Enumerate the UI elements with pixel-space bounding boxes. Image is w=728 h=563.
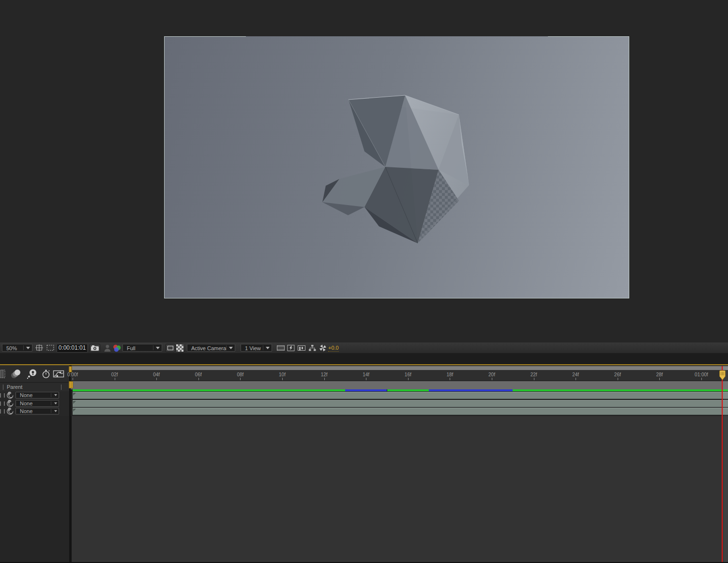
layer-twirl-marks[interactable] (0, 393, 5, 398)
show-channels-icon[interactable] (112, 344, 121, 352)
brainstorm-icon[interactable] (27, 369, 37, 379)
region-of-interest-marquee-icon[interactable] (46, 344, 55, 352)
fast-previews-icon[interactable] (286, 344, 296, 352)
auto-keyframe-icon[interactable] (41, 369, 51, 379)
cache-indicator-segment-green (73, 389, 345, 391)
dropdown-separator (51, 393, 51, 397)
after-effects-workspace: 50% 0:00:01:01 (0, 0, 728, 563)
chevron-down-icon (54, 402, 57, 404)
parent-dropdown[interactable]: None (15, 392, 59, 399)
magnification-value: 50% (6, 345, 17, 352)
grid-guide-options-icon[interactable] (34, 344, 44, 352)
layer-in-point-notch (73, 401, 76, 404)
dropdown-separator (263, 345, 263, 350)
composition-toolbar: 50% 0:00:01:01 (0, 342, 728, 354)
layer-duration-bar[interactable] (73, 400, 728, 407)
work-area-start-handle[interactable] (69, 381, 73, 388)
parent-column-label: Parent (7, 384, 22, 390)
timeline-left-empty (0, 416, 69, 562)
layer-twirl-marks[interactable] (0, 401, 5, 406)
exposure-adjustment-value[interactable]: +0.0 (328, 345, 339, 352)
transparency-grid-icon[interactable] (176, 344, 183, 352)
cache-indicator-segment-blue (345, 389, 387, 391)
camera-icon (90, 344, 100, 352)
view-layout-value: 1 View (245, 345, 261, 352)
panel-gap (0, 353, 728, 364)
reset-exposure-icon[interactable] (318, 344, 328, 352)
parent-value: None (20, 400, 32, 406)
beyond-comp-shade (723, 366, 728, 562)
chevron-down-icon (229, 347, 233, 349)
layer-parent-row: None (0, 400, 69, 407)
playhead-line[interactable] (722, 366, 723, 562)
show-snapshot-icon[interactable] (103, 344, 112, 352)
dropdown-separator (51, 409, 51, 413)
column-divider (3, 385, 3, 390)
parent-dropdown[interactable]: None (15, 400, 59, 407)
timeline-button-icon[interactable] (297, 344, 306, 352)
3d-view-dropdown[interactable]: Active Camera (187, 344, 235, 352)
region-of-interest-button[interactable] (166, 344, 175, 352)
parent-dropdown[interactable]: None (15, 408, 59, 415)
layer-in-point-notch (73, 409, 76, 412)
parent-value: None (20, 392, 32, 398)
parent-column-header[interactable]: Parent (0, 382, 69, 392)
layer-parent-row: None (0, 392, 69, 399)
view-layout-dropdown[interactable]: 1 View (241, 344, 272, 352)
cache-indicator-segment-green (513, 389, 728, 391)
dropdown-separator (51, 401, 51, 405)
parent-pick-whip-icon[interactable] (6, 392, 14, 399)
chevron-down-icon (266, 347, 270, 349)
layer-duration-bar[interactable] (73, 392, 728, 399)
navigator-start-handle[interactable] (69, 366, 72, 372)
column-divider (61, 385, 61, 390)
parent-value: None (20, 408, 32, 414)
flowchart-button-icon[interactable] (307, 344, 317, 352)
resolution-value: Full (127, 345, 136, 352)
time-ruler[interactable] (71, 370, 728, 381)
layer-parent-row: None (0, 408, 69, 415)
graph-editor-icon[interactable] (52, 369, 65, 379)
layer-in-point-notch (73, 393, 76, 396)
layer-duration-bar[interactable] (73, 408, 728, 415)
dropdown-separator (153, 345, 153, 350)
cache-indicator-segment-green (387, 389, 429, 391)
chevron-down-icon (54, 394, 57, 396)
dropdown-separator (226, 345, 227, 350)
composition-view[interactable] (164, 36, 629, 298)
comp-border-top-right (548, 36, 629, 37)
layer-twirl-marks[interactable] (0, 409, 5, 414)
magnification-dropdown[interactable]: 50% (2, 344, 32, 352)
motion-blur-icon[interactable] (11, 369, 21, 379)
dropdown-separator (23, 345, 24, 350)
parent-pick-whip-icon[interactable] (6, 400, 14, 407)
chevron-down-icon (156, 347, 160, 349)
comp-border-top-left (164, 36, 246, 37)
cache-indicator-segment-blue (429, 389, 513, 391)
take-snapshot-button[interactable] (90, 344, 100, 352)
3d-view-value: Active Camera (191, 345, 226, 352)
chevron-down-icon (54, 410, 57, 412)
current-time-field[interactable]: 0:00:01:01 (57, 344, 88, 353)
time-navigator-bar[interactable] (71, 366, 728, 370)
current-time-indicator[interactable] (719, 370, 726, 381)
roi-rectangle-icon (166, 344, 175, 352)
parent-pick-whip-icon[interactable] (6, 408, 14, 415)
pixel-aspect-correction-icon[interactable] (276, 344, 286, 352)
crystal-render (317, 89, 477, 251)
work-area-bar[interactable] (71, 381, 728, 390)
resolution-dropdown[interactable]: Full (122, 344, 162, 352)
chevron-down-icon (26, 347, 30, 349)
frame-blending-icon[interactable] (0, 369, 6, 379)
